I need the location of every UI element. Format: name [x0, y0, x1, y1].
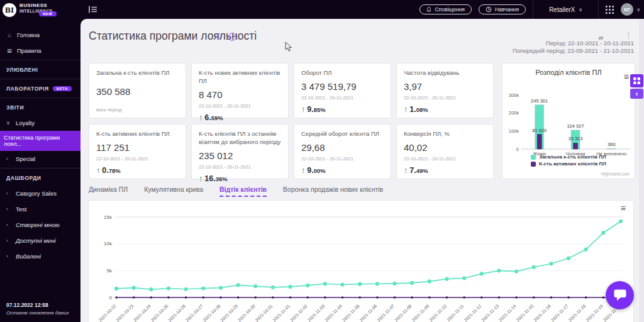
sidebar-item[interactable]: ⌂Головна	[0, 27, 80, 43]
svg-text:2021-11-12: 2021-11-12	[464, 304, 482, 322]
kpi-delta-int: 6.	[204, 113, 211, 122]
legend-item[interactable]: К-сть активних клієнтів ПЛ	[531, 161, 606, 167]
kpi-value: 3,97	[404, 81, 486, 92]
kpi-card: Середній оборот клієнта ПЛ29,6822-10-202…	[294, 124, 391, 179]
svg-text:300k: 300k	[509, 92, 519, 98]
sidebar-section-label: ДАШБОРДИ	[6, 175, 42, 181]
sidebar-toggle-button[interactable]	[88, 5, 97, 16]
sidebar-item[interactable]: ∨Loyalty	[0, 115, 80, 131]
notifications-button[interactable]: Сповіщення	[419, 4, 472, 14]
svg-text:2021-11-03: 2021-11-03	[307, 304, 326, 322]
apps-grid-button[interactable]	[606, 6, 614, 14]
kpi-card: Загальна к-сть клієнтів ПЛ350 588весь пе…	[89, 63, 186, 118]
org-selector[interactable]: RetailerX ∨	[540, 6, 591, 13]
kpi-period: 22-10-2021 - 20-11-2021	[301, 156, 384, 162]
sidebar-item[interactable]: ›Test	[0, 201, 80, 217]
kpi-period: 22-10-2021 - 20-11-2021	[199, 103, 281, 109]
svg-text:2021-10-22: 2021-10-22	[97, 304, 116, 322]
sidebar-nav: ⌂Головна⊞ПравилаУЛЮБЛЕНІЛАБОРАТОРІЯBETAЗ…	[0, 27, 80, 264]
bell-icon	[426, 6, 431, 13]
training-button[interactable]: Навчання	[479, 4, 526, 14]
tab-Кумулятивна крива[interactable]: Кумулятивна крива	[144, 186, 203, 197]
up-arrow-icon: ↑	[199, 113, 203, 122]
sidebar: BI BUSINESS INTELLIGENCE NEW ⌂Головна⊞Пр…	[0, 0, 80, 322]
sidebar-divider	[0, 168, 80, 169]
sidebar-item[interactable]: ›Special	[0, 151, 80, 167]
kpi-label: К-сть клієнтів ПЛ з останнім візитом до …	[199, 130, 281, 147]
last-update-label: Останнє оновлення даних	[6, 310, 69, 316]
kpi-card: К-сть клієнтів ПЛ з останнім візитом до …	[191, 124, 289, 179]
kpi-value: 350 588	[96, 86, 179, 97]
dashboard-settings-button[interactable]	[630, 74, 643, 87]
training-label: Навчання	[495, 6, 519, 13]
sidebar-item-label: Статистика програми лоял...	[4, 135, 77, 147]
kpi-delta-frac: 78%	[109, 167, 121, 174]
svg-text:2021-11-19: 2021-11-19	[585, 304, 604, 322]
user-menu[interactable]: NT ∨	[621, 3, 640, 16]
svg-text:2021-11-18: 2021-11-18	[567, 304, 586, 322]
chevron-right-icon: ›	[6, 156, 11, 162]
kpi-period: 22-10-2021 - 20-11-2021	[404, 95, 486, 101]
tab-Воронка продажів нових клієнтів[interactable]: Воронка продажів нових клієнтів	[283, 186, 383, 197]
topbar: Сповіщення Навчання RetailerX ∨	[80, 0, 644, 19]
sidebar-item[interactable]: ›Створені мною	[0, 217, 80, 233]
kpi-value: 3 479 519,79	[301, 81, 384, 92]
favorite-star-icon[interactable]: ☆	[215, 31, 223, 41]
kpi-label: Конверсія ПЛ, %	[404, 130, 486, 138]
kpi-value: 8 470	[199, 89, 281, 100]
org-label: RetailerX	[549, 6, 575, 13]
legend-label: К-сть активних клієнтів ПЛ	[539, 161, 606, 167]
chevron-right-icon: ›	[6, 191, 11, 196]
sidebar-item[interactable]: ›Видалені	[0, 248, 80, 264]
svg-text:2021-10-28: 2021-10-28	[202, 304, 221, 322]
rules-icon: ⊞	[6, 48, 13, 54]
sidebar-item[interactable]: Статистика програми лоял...	[0, 131, 80, 151]
svg-text:0: 0	[109, 295, 113, 301]
kpi-delta-frac: 08%	[416, 106, 428, 113]
chart-menu-icon[interactable]: ≡	[624, 74, 629, 80]
sidebar-item-label: Доступні мені	[16, 237, 56, 244]
info-icon[interactable]: i	[228, 33, 236, 41]
kpi-delta-int: 9.	[307, 166, 313, 175]
svg-text:2021-10-30: 2021-10-30	[237, 304, 256, 322]
kpi-period: 22-10-2021 - 20-11-2021	[199, 164, 281, 170]
kpi-delta: ↑7.49%	[404, 164, 486, 175]
svg-text:2021-11-07: 2021-11-07	[376, 304, 395, 322]
collapse-panel-button[interactable]: ∨	[630, 89, 643, 99]
sidebar-divider	[0, 79, 80, 79]
kpi-delta: ↑1.08%	[404, 103, 486, 114]
svg-text:2021-10-31: 2021-10-31	[254, 304, 273, 322]
chevron-right-icon: ›	[6, 206, 11, 212]
legend-label: Загальна к-сть клієнтів ПЛ	[539, 154, 606, 160]
svg-text:104 927: 104 927	[567, 123, 584, 129]
svg-text:2021-10-27: 2021-10-27	[185, 304, 204, 322]
kpi-delta-frac: 00%	[314, 167, 326, 174]
sidebar-toggle-icon	[88, 5, 97, 14]
kpi-value: 40,02	[404, 142, 486, 153]
scrollbar-track[interactable]	[639, 19, 644, 322]
highcharts-credits: Highcharts.com	[601, 172, 630, 176]
sidebar-section-ЛАБОРАТОРІЯ: ЛАБОРАТОРІЯBETA	[0, 80, 80, 96]
sidebar-item-label: Видалені	[16, 253, 41, 260]
tab-Відтік клієнтів[interactable]: Відтік клієнтів	[219, 186, 267, 197]
chart-menu-icon[interactable]: ≡	[621, 203, 626, 213]
svg-text:2021-11-06: 2021-11-06	[359, 304, 378, 322]
sidebar-item[interactable]: ⊞Правила	[0, 43, 80, 58]
chart-tabs: Динаміка ПЛКумулятивна криваВідтік клієн…	[89, 186, 383, 197]
chevron-down-icon: ∨	[579, 7, 582, 13]
chevron-right-icon: ›	[6, 253, 11, 259]
sidebar-section-ДАШБОРДИ: ДАШБОРДИ	[0, 170, 80, 186]
distribution-chart-card: Розподіл клієнтів ПЛ ≡ 0100k200k300k245 …	[502, 63, 635, 179]
topbar-divider	[598, 0, 599, 19]
kpi-delta-int: 9.	[307, 105, 313, 114]
kebab-menu-icon[interactable]: ⋮	[625, 31, 632, 40]
tab-Динаміка ПЛ[interactable]: Динаміка ПЛ	[89, 186, 128, 197]
app-window: BI BUSINESS INTELLIGENCE NEW ⌂Головна⊞Пр…	[0, 0, 644, 322]
svg-text:2021-10-24: 2021-10-24	[133, 304, 152, 322]
legend-marker	[531, 162, 536, 167]
sidebar-item[interactable]: ›Доступні мені	[0, 233, 80, 248]
chat-button[interactable]	[606, 281, 634, 309]
new-badge: NEW	[39, 11, 57, 16]
legend-item[interactable]: Загальна к-сть клієнтів ПЛ	[531, 154, 606, 160]
sidebar-item[interactable]: ›Category Sales	[0, 186, 80, 201]
